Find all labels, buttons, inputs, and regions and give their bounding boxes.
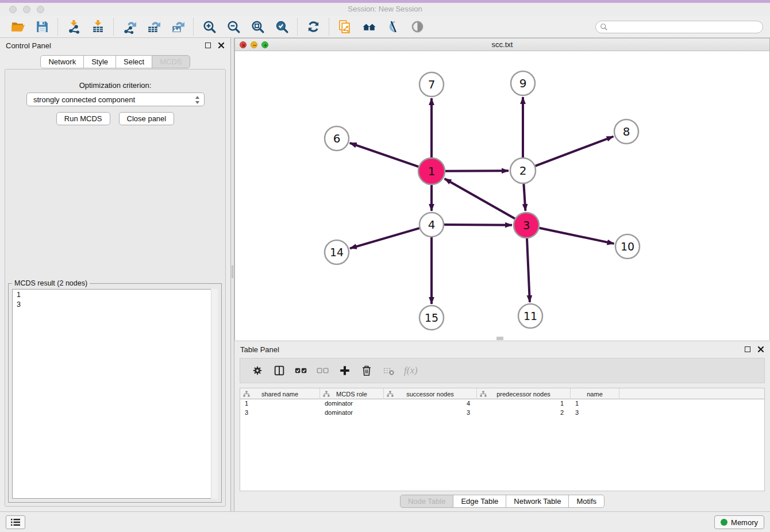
import-network-icon: [67, 20, 81, 34]
node-label: 4: [428, 218, 436, 232]
close-panel-icon[interactable]: [218, 42, 225, 49]
graph-node-10[interactable]: 10: [615, 234, 640, 259]
unselect-all-columns-button[interactable]: [314, 362, 332, 379]
function-builder-button[interactable]: f(x): [404, 365, 418, 376]
select-all-columns-button[interactable]: [292, 362, 310, 379]
splitter-handle[interactable]: [232, 265, 233, 278]
import-table-button[interactable]: [88, 18, 107, 36]
column-settings-button[interactable]: [249, 362, 266, 379]
task-history-button[interactable]: [6, 515, 25, 529]
column-header-shared-name[interactable]: shared name: [240, 388, 320, 399]
export-table-button[interactable]: [144, 18, 163, 36]
tab-select[interactable]: Select: [116, 55, 152, 68]
hierarchy-icon: [323, 391, 330, 398]
graph-node-8[interactable]: 8: [614, 119, 638, 144]
zoom-out-button[interactable]: [224, 18, 242, 36]
table-body: 1dominator4113dominator323: [240, 399, 764, 418]
graph-node-14[interactable]: 14: [325, 240, 349, 264]
column-header-name[interactable]: name: [571, 388, 619, 399]
delete-table-icon: [382, 364, 395, 377]
graph-edge-2-8[interactable]: [536, 137, 614, 166]
toolbar-separator: [329, 18, 329, 36]
zoom-selected-icon: [275, 20, 289, 34]
import-network-button[interactable]: [64, 18, 83, 36]
graph-node-1[interactable]: 1: [418, 158, 445, 184]
column-header-successor-nodes[interactable]: successor nodes: [384, 388, 477, 399]
graph-node-15[interactable]: 15: [419, 306, 444, 330]
column-header-predecessor-nodes[interactable]: predecessor nodes: [477, 388, 571, 399]
save-session-button[interactable]: [33, 18, 51, 36]
trash-icon: [360, 364, 373, 377]
table-toolbar: f(x): [240, 358, 765, 383]
graph-edge-4-3[interactable]: [444, 225, 512, 225]
node-label: 15: [425, 311, 438, 324]
add-column-button[interactable]: [336, 362, 353, 379]
delete-table-button[interactable]: [380, 362, 397, 379]
graph-node-7[interactable]: 7: [419, 72, 444, 97]
tab-node-table[interactable]: Node Table: [400, 495, 454, 508]
columns-icon: [273, 364, 286, 377]
open-ndex-button[interactable]: [360, 18, 378, 36]
export-network-button[interactable]: [120, 18, 138, 36]
zoom-in-button[interactable]: [200, 18, 218, 36]
float-table-panel-icon[interactable]: [745, 346, 750, 352]
float-panel-icon[interactable]: [205, 43, 211, 48]
graph-edge-3-11[interactable]: [527, 238, 530, 302]
main-titlebar: Session: New Session: [0, 3, 770, 16]
table-row[interactable]: 1dominator411: [240, 399, 764, 408]
graph-edge-3-10[interactable]: [540, 228, 614, 244]
graph-node-6[interactable]: 6: [325, 126, 349, 151]
tab-mcds[interactable]: MCDS: [152, 55, 190, 68]
zoom-fit-button[interactable]: [248, 18, 267, 36]
vertical-splitter[interactable]: [230, 38, 234, 511]
run-mcds-button[interactable]: Run MCDS: [56, 112, 110, 125]
graph-edge-1-6[interactable]: [350, 143, 419, 167]
search-input[interactable]: [595, 21, 763, 33]
network-view-window: scc.txt 7968124314101511: [234, 38, 770, 340]
graph-edge-3-1[interactable]: [445, 179, 515, 219]
tab-network[interactable]: Network: [40, 55, 84, 68]
table-row[interactable]: 3dominator323: [240, 408, 764, 418]
mcds-result-text[interactable]: 1 3: [12, 289, 218, 499]
close-panel-button[interactable]: Close panel: [119, 112, 175, 125]
result-scrollbar[interactable]: [211, 289, 218, 499]
hide-graphics-details-button[interactable]: [384, 18, 402, 36]
graph-node-3[interactable]: 3: [514, 213, 539, 238]
graph-node-9[interactable]: 9: [511, 71, 535, 95]
column-header-MCDS-role[interactable]: MCDS role: [320, 388, 384, 399]
node-label: 6: [333, 132, 341, 145]
table-panel-title: Table Panel: [240, 345, 279, 354]
graph-edge-2-3[interactable]: [523, 184, 525, 211]
zoom-selected-button[interactable]: [272, 18, 291, 36]
graph-edge-4-14[interactable]: [350, 228, 419, 248]
tab-motifs[interactable]: Motifs: [568, 495, 605, 508]
network-graph[interactable]: 7968124314101511: [235, 51, 769, 340]
control-panel: Control Panel NetworkStyleSelectMCDS Opt…: [0, 38, 230, 511]
memory-button[interactable]: Memory: [714, 515, 764, 529]
tab-style[interactable]: Style: [83, 55, 116, 68]
export-network-icon: [122, 20, 137, 34]
tab-network-table[interactable]: Network Table: [506, 495, 569, 508]
graph-node-4[interactable]: 4: [419, 213, 444, 237]
network-window-titlebar[interactable]: scc.txt: [235, 38, 769, 51]
control-panel-tabs: NetworkStyleSelectMCDS: [0, 55, 230, 68]
export-image-button[interactable]: [168, 18, 187, 36]
network-window-title: scc.txt: [235, 40, 769, 49]
delete-column-button[interactable]: [358, 362, 375, 379]
criterion-select[interactable]: strongly connected component: [26, 92, 205, 106]
open-file-button[interactable]: [9, 18, 27, 36]
tab-edge-table[interactable]: Edge Table: [453, 495, 506, 508]
apply-layout-button[interactable]: [304, 18, 322, 36]
network-canvas[interactable]: 7968124314101511: [235, 51, 769, 340]
graph-node-2[interactable]: 2: [510, 158, 536, 183]
table-header-row: shared nameMCDS rolesuccessor nodesprede…: [240, 388, 764, 399]
show-columns-button[interactable]: [271, 362, 288, 379]
refresh-icon: [306, 20, 321, 34]
graph-edge-1-2[interactable]: [445, 171, 509, 171]
show-graphics-details-button[interactable]: [408, 18, 426, 36]
export-to-ndex-button[interactable]: [336, 18, 354, 36]
node-label: 1: [428, 164, 436, 178]
export-table-icon: [147, 20, 161, 34]
close-table-panel-icon[interactable]: [757, 346, 764, 353]
graph-node-11[interactable]: 11: [518, 304, 542, 328]
